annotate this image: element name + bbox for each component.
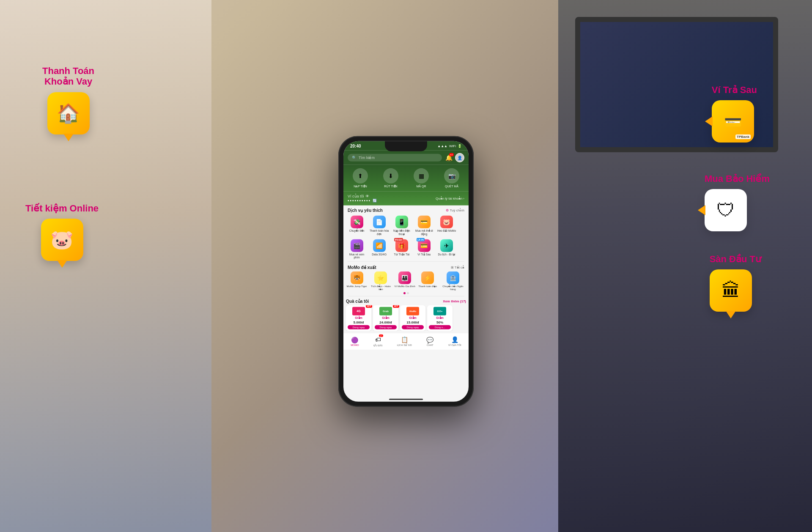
service-tui-than-tai[interactable]: 🎁 6%năm Túi Thần Tài xyxy=(391,238,412,261)
notification-badge: 47 xyxy=(449,153,454,156)
battery-icon: 🔋 xyxy=(458,144,462,148)
feature-dau-tu: Sàn Đầu Tư 🏛 xyxy=(710,254,761,312)
ma-qr-button[interactable]: ▦ MÃ QR xyxy=(414,168,429,188)
voucher-ahamo-btn[interactable]: Dùng ngay xyxy=(402,325,424,329)
feature-loan: Thanh ToánKhoản Vay 🏠 xyxy=(42,66,94,134)
voucher-grab-logo: Grab xyxy=(379,307,392,315)
wallet-label: Ví của tôi 👁 xyxy=(348,194,378,198)
momo-suggest-action[interactable]: ⊞ Tất cả xyxy=(451,266,464,269)
service-du-lich[interactable]: ✈ Du lịch - Đi lại xyxy=(436,238,457,261)
momo-suggest-action-text: Tất cả xyxy=(455,266,464,269)
suggest-thanh-toan-dien[interactable]: ⚡ Thanh toán điện xyxy=(417,271,439,291)
feat-dau-tu-icon: 🏛 xyxy=(721,280,740,301)
search-input-area[interactable]: 🔍 Tìm kiếm xyxy=(348,154,442,162)
nav-uu-dai-badge: 17 xyxy=(379,335,383,337)
scroll-dots xyxy=(343,291,469,295)
voucher-grab-btn[interactable]: Dùng ngay xyxy=(375,325,397,329)
services-title: Dịch vụ yêu thích xyxy=(348,208,383,213)
nav-vi-cua-toi[interactable]: 👤 VÍ CỦA TÔI xyxy=(448,336,461,346)
manage-account-text: Quản lý tài khoản xyxy=(436,197,462,200)
notification-button[interactable]: 🔔 47 xyxy=(445,154,453,161)
nav-vi-icon: 👤 xyxy=(451,336,458,343)
feat-vi-tra-sau-bubble: 💳 TPBank xyxy=(712,100,754,143)
voucher-ahamo-discount: Giảm xyxy=(409,316,417,319)
bottom-nav: 🟣 MOMO 🏷 17 ƯU ĐÃI 📋 LỊCH SỬ GD 💬 CH xyxy=(343,332,469,349)
home-indicator xyxy=(389,399,423,400)
service-data[interactable]: 📶 Data 3G/4G xyxy=(368,238,390,261)
quet-ma-button[interactable]: 📷 QUÉT MÃ xyxy=(444,168,459,188)
gia-dinh-label: Ví MoMo Gia Đình xyxy=(395,285,415,288)
thanh-toan-label: Thanh toán hóa đơn xyxy=(369,229,390,236)
nav-chat-label: CHAT xyxy=(427,343,433,346)
suggest-gia-dinh[interactable]: 👨‍👩‍👧 Ví MoMo Gia Đình xyxy=(394,271,416,291)
nav-momo[interactable]: 🟣 MOMO xyxy=(351,336,359,346)
nav-chat-icon: 💬 xyxy=(426,336,433,343)
service-thanh-toan[interactable]: 📄 Thanh toán hóa đơn xyxy=(368,214,390,237)
search-bar: 🔍 Tìm kiếm 🔔 47 👤 xyxy=(343,151,469,165)
voucher-go-amount: 50% xyxy=(436,320,443,324)
suggest-momo-jump[interactable]: 🐯 MoMo Jump Tiger xyxy=(346,271,368,291)
phone: 20:40 ▲▲▲ WiFi 🔋 🔍 Tìm kiếm 🔔 47 � xyxy=(338,136,474,407)
feat-vi-tra-sau-text: Ví Trả Sau xyxy=(712,85,757,95)
nav-lich-su[interactable]: 📋 LỊCH SỬ GD xyxy=(397,336,412,346)
manage-account-link[interactable]: Quản lý tài khoản › xyxy=(436,197,464,200)
voucher-4g-btn[interactable]: Dùng ngay xyxy=(348,325,370,329)
voucher-4g-amount: 5.000đ xyxy=(354,320,364,324)
momo-jump-icon: 🐯 xyxy=(351,271,363,284)
feat-loan-text: Thanh ToánKhoản Vay xyxy=(42,66,94,87)
grid-icon: ⊞ xyxy=(451,266,454,269)
feature-vi-tra-sau: Ví Trả Sau 💳 TPBank xyxy=(712,85,757,143)
heo-dat-icon: 🐷 xyxy=(440,216,453,228)
nav-uu-dai-label: ƯU ĐÃI xyxy=(373,344,382,347)
nav-vi-label: VÍ CỦA TÔI xyxy=(448,343,461,346)
service-nap-tien[interactable]: 📱 Nạp tiền điện thoại xyxy=(391,214,412,237)
service-xem-phim[interactable]: 🎬 Mua vé xem phim xyxy=(346,238,368,261)
service-chuyen-tien[interactable]: 💸 Chuyển tiền xyxy=(346,214,368,237)
vouchers-see-more[interactable]: Xem thêm (17) xyxy=(443,299,466,303)
user-avatar[interactable]: 👤 xyxy=(455,153,464,162)
voucher-ahamo[interactable]: AhaMo Giảm 15.000đ Dùng ngay xyxy=(400,305,425,331)
main-content: Dịch vụ yêu thích ⚙ Tuỳ chỉnh 💸 Chuyển t… xyxy=(343,206,469,333)
service-vi-tra-sau[interactable]: 💳 LB 0% Ví Trả Sau xyxy=(413,238,435,261)
status-time: 20:40 xyxy=(350,143,361,148)
suggest-chuyen-tien-ngan-hang[interactable]: 🏦 Chuyển tiền Ngân hàng xyxy=(440,271,466,291)
chevron-right-icon: › xyxy=(463,197,464,200)
xem-phim-icon: 🎬 xyxy=(351,239,363,252)
wifi-icon: WiFi xyxy=(449,144,456,148)
phone-wrapper: 20:40 ▲▲▲ WiFi 🔋 🔍 Tìm kiếm 🔔 47 � xyxy=(338,136,474,407)
nap-tien-icon: ⬆ xyxy=(353,168,368,184)
services-action[interactable]: ⚙ Tuỳ chỉnh xyxy=(446,208,464,212)
nav-uu-dai-icon: 🏷 xyxy=(375,336,381,343)
feat-loan-icon: 🏠 xyxy=(57,102,80,124)
feat-dau-tu-bubble: 🏛 xyxy=(710,269,752,312)
voucher-go-discount: Giảm xyxy=(436,316,444,319)
xem-phim-label: Mua vé xem phim xyxy=(346,252,367,259)
nav-momo-icon: 🟣 xyxy=(351,336,358,343)
nav-uu-dai[interactable]: 🏷 17 ƯU ĐÃI xyxy=(373,336,382,347)
chuyen-tien-label: Chuyển tiền xyxy=(349,229,364,233)
momo-jump-label: MoMo Jump Tiger xyxy=(347,285,367,288)
service-heo-dat[interactable]: 🐷 Heo Đất MoMo xyxy=(436,214,457,237)
lb-badge: LB 0% xyxy=(417,238,425,241)
vouchers-title: Quà của tôi xyxy=(346,299,369,303)
nap-tien-button[interactable]: ⬆ NẠP TIỀN xyxy=(353,168,368,188)
voucher-ahamo-logo: AhaMo xyxy=(406,307,419,315)
search-icon: 🔍 xyxy=(352,156,357,160)
feature-bao-hiem: Mua Bảo Hiểm 🛡 xyxy=(705,173,770,231)
ngan-hang-label: Chuyển tiền Ngân hàng xyxy=(440,285,466,291)
voucher-grab[interactable]: HOT Grab Giảm 24.000đ Dùng ngay xyxy=(373,305,398,331)
search-placeholder: Tìm kiếm xyxy=(359,156,375,160)
vi-tra-sau-grid-label: Ví Trả Sau xyxy=(417,252,431,256)
feature-saving: Tiết kiệm Online 🐷 xyxy=(25,203,99,261)
voucher-4g[interactable]: HOT 4G Giảm 5.000đ Dùng ngay xyxy=(346,305,371,331)
suggest-tich-diem[interactable]: ⭐ Tích điểm - Hoàn tiền xyxy=(369,271,393,291)
service-mua-the[interactable]: 💳 Mua mã thẻ di động xyxy=(413,214,435,237)
phone-notch xyxy=(385,141,427,151)
voucher-4g-logo: 4G xyxy=(352,307,365,315)
mua-the-label: Mua mã thẻ di động xyxy=(414,229,434,236)
rut-tien-button[interactable]: ⬇ RÚT TIỀN xyxy=(383,168,398,188)
nav-chat[interactable]: 💬 CHAT xyxy=(426,336,433,346)
voucher-go-btn[interactable]: Dùng n... xyxy=(429,325,451,329)
voucher-go[interactable]: GO+ Giảm 50% Dùng n... xyxy=(427,305,453,331)
vouchers-header: Quà của tôi Xem thêm (17) xyxy=(346,299,466,303)
